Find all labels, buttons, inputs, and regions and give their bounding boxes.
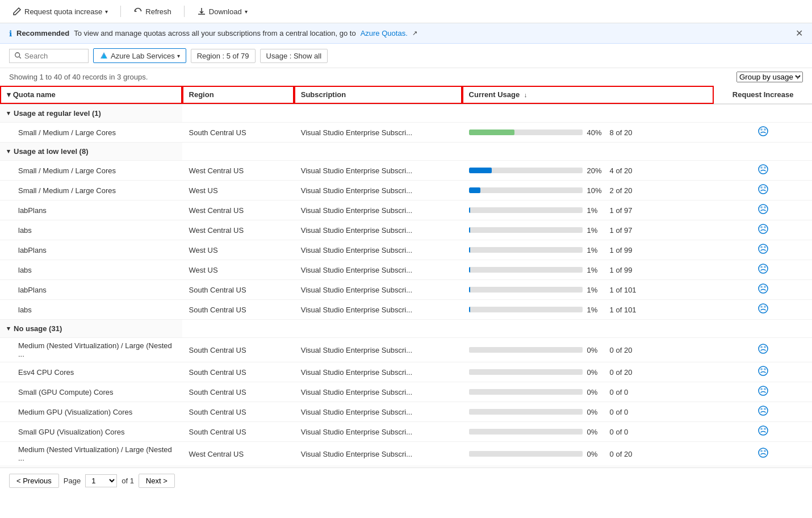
- svg-point-18: [759, 244, 768, 253]
- usage-filter-chip[interactable]: Usage : Show all: [260, 49, 328, 63]
- chevron-down-icon: ▾: [105, 9, 108, 15]
- table-row: Small / Medium / Large Cores South Centr…: [0, 123, 812, 143]
- external-link-icon: ↗: [412, 30, 417, 37]
- progress-bar-bg: [469, 287, 583, 293]
- service-filter-chip[interactable]: Azure Lab Services ▾: [93, 48, 186, 63]
- svg-point-26: [764, 286, 766, 288]
- svg-point-27: [759, 304, 768, 313]
- svg-point-23: [764, 266, 766, 268]
- progress-bar-fill: [469, 287, 470, 293]
- request-increase-icon[interactable]: [758, 408, 768, 417]
- request-increase-icon[interactable]: [758, 226, 768, 236]
- quota-cell: Medium (Nested Virtualization) / Large (…: [0, 338, 182, 362]
- region-cell: South Central US: [182, 280, 294, 300]
- usage-filter-label: Usage : Show all: [266, 52, 322, 60]
- region-filter-chip[interactable]: Region : 5 of 79: [191, 49, 256, 63]
- subscription-cell: Visual Studio Enterprise Subscri...: [294, 300, 462, 320]
- group-by-wrap[interactable]: Group by usage: [736, 72, 803, 82]
- request-cell: [714, 280, 812, 300]
- region-cell: South Central US: [182, 382, 294, 402]
- request-increase-icon[interactable]: [758, 286, 768, 295]
- banner-close-button[interactable]: ✕: [796, 28, 803, 39]
- region-cell: South Central US: [182, 362, 294, 382]
- group-header-row[interactable]: ▾ No usage (31): [0, 320, 812, 338]
- sort-desc-icon: ↓: [524, 91, 528, 98]
- download-button[interactable]: Download ▾: [194, 5, 251, 18]
- progress-bar-fill: [469, 267, 470, 273]
- request-cell: [714, 161, 812, 181]
- edit-icon: [12, 7, 22, 16]
- region-cell: West Central US: [182, 200, 294, 220]
- quota-cell: Medium GPU (Visualization) Cores: [0, 402, 182, 422]
- svg-point-11: [764, 186, 766, 189]
- next-button[interactable]: Next >: [139, 474, 175, 488]
- pct-text: 40%: [587, 128, 605, 137]
- usage-count: 1 of 97: [610, 206, 644, 215]
- request-increase-icon[interactable]: [758, 186, 768, 196]
- region-cell: South Central US: [182, 422, 294, 442]
- col-header-region[interactable]: Region: [182, 86, 294, 104]
- region-cell: South Central US: [182, 402, 294, 422]
- request-increase-icon[interactable]: [758, 428, 768, 437]
- progress-bar-bg: [469, 267, 583, 273]
- request-cell: [714, 300, 812, 320]
- usage-cell: 0% 0 of 0: [462, 402, 714, 422]
- subscription-cell: Visual Studio Enterprise Subscri...: [294, 181, 462, 200]
- group-header-cell[interactable]: ▾ Usage at low level (8): [0, 143, 182, 160]
- request-cell: [714, 200, 812, 220]
- request-increase-icon[interactable]: [758, 128, 768, 138]
- page-select[interactable]: 1: [85, 474, 117, 487]
- group-header-row[interactable]: ▾ Usage at low level (8): [0, 143, 812, 161]
- svg-point-33: [759, 366, 768, 375]
- azure-quotas-link[interactable]: Azure Quotas.: [361, 29, 408, 37]
- usage-count: 4 of 20: [610, 166, 644, 175]
- request-increase-icon[interactable]: [758, 246, 768, 256]
- request-increase-icon[interactable]: [758, 388, 768, 398]
- table-row: labPlans West Central US Visual Studio E…: [0, 200, 812, 220]
- subscription-cell: Visual Studio Enterprise Subscri...: [294, 422, 462, 442]
- search-input[interactable]: [24, 52, 81, 60]
- col-header-usage[interactable]: Current Usage ↓: [462, 86, 714, 104]
- request-increase-icon[interactable]: [758, 266, 768, 275]
- request-quota-label: Request quota increase: [24, 7, 102, 16]
- pct-text: 1%: [587, 226, 605, 235]
- svg-point-15: [759, 224, 768, 233]
- request-increase-icon[interactable]: [758, 166, 768, 176]
- group-chevron: ▾: [7, 110, 10, 117]
- prev-button[interactable]: < Previous: [9, 474, 59, 488]
- quota-cell: labPlans: [0, 240, 182, 260]
- request-increase-icon[interactable]: [758, 206, 768, 216]
- quota-cell: labs: [0, 220, 182, 240]
- request-increase-icon[interactable]: [758, 306, 768, 315]
- col-header-quota[interactable]: ▾ Quota name: [0, 86, 182, 104]
- svg-point-41: [764, 408, 766, 410]
- svg-point-30: [759, 344, 768, 353]
- svg-point-10: [760, 186, 763, 189]
- svg-point-3: [759, 127, 768, 136]
- col-header-subscription[interactable]: Subscription: [294, 86, 462, 104]
- group-header-cell[interactable]: ▾ Usage at regular level (1): [0, 105, 182, 122]
- svg-point-25: [760, 286, 763, 288]
- record-count: Showing 1 to 40 of 40 records in 3 group…: [9, 73, 148, 81]
- group-by-select[interactable]: Group by usage: [736, 72, 803, 82]
- svg-point-35: [764, 368, 766, 370]
- request-increase-icon[interactable]: [758, 450, 768, 459]
- search-box[interactable]: [9, 49, 89, 63]
- group-header-cell[interactable]: ▾ No usage (31): [0, 320, 182, 337]
- request-increase-icon[interactable]: [758, 346, 768, 356]
- group-header-row[interactable]: ▾ Usage at regular level (1): [0, 104, 812, 123]
- request-increase-icon[interactable]: [758, 368, 768, 378]
- svg-point-32: [764, 346, 766, 348]
- page-select-wrap[interactable]: 1: [85, 474, 117, 487]
- progress-bar-bg: [469, 307, 583, 312]
- request-quota-button[interactable]: Request quota increase ▾: [9, 5, 111, 18]
- toolbar-sep-1: [120, 6, 121, 17]
- svg-point-12: [759, 204, 768, 214]
- refresh-button[interactable]: Refresh: [130, 5, 175, 18]
- refresh-icon: [133, 7, 143, 16]
- usage-cell: 0% 0 of 20: [462, 362, 714, 382]
- table-row: Esv4 CPU Cores South Central US Visual S…: [0, 362, 812, 382]
- subscription-cell: Visual Studio Enterprise Subscri...: [294, 123, 462, 143]
- progress-bar-bg: [469, 207, 583, 213]
- pct-text: 0%: [587, 368, 605, 377]
